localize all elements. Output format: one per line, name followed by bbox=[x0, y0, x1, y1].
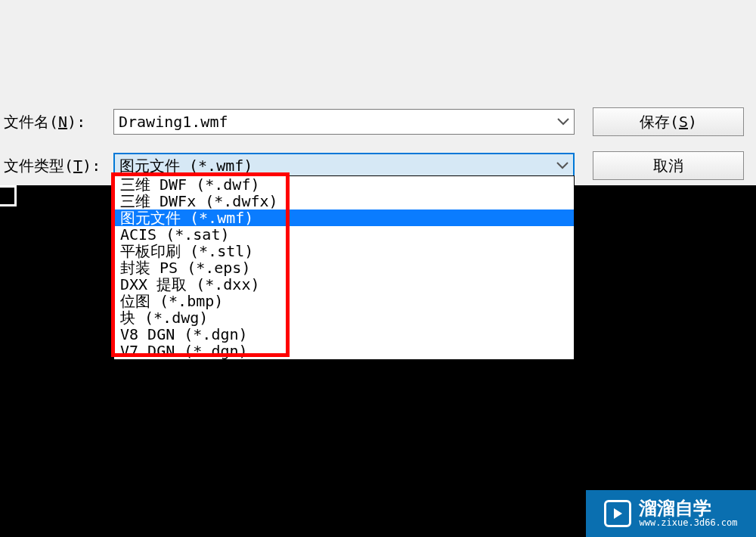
save-button[interactable]: 保存(S) bbox=[593, 107, 744, 136]
dropdown-item[interactable]: V7 DGN (*.dgn) bbox=[114, 343, 574, 359]
filename-combobox[interactable]: Drawing1.wmf bbox=[113, 109, 575, 135]
filetype-value: 图元文件 (*.wmf) bbox=[119, 156, 253, 176]
chevron-down-icon[interactable] bbox=[556, 162, 569, 169]
filename-label: 文件名(N): bbox=[4, 112, 113, 132]
filetype-dropdown-list[interactable]: 三维 DWF (*.dwf)三维 DWFx (*.dwfx)图元文件 (*.wm… bbox=[113, 175, 575, 360]
watermark-badge: 溜溜自学 www.zixue.3d66.com bbox=[586, 490, 756, 537]
filename-value: Drawing1.wmf bbox=[119, 113, 228, 131]
left-bar-decor bbox=[0, 185, 17, 206]
save-dialog-panel: 文件名(N): Drawing1.wmf 保存(S) 文件类型(T): 图元文件… bbox=[0, 0, 756, 185]
dropdown-item[interactable]: 块 (*.dwg) bbox=[114, 309, 574, 326]
watermark-text: 溜溜自学 www.zixue.3d66.com bbox=[639, 499, 737, 528]
filetype-label: 文件类型(T): bbox=[4, 156, 113, 176]
watermark-url: www.zixue.3d66.com bbox=[639, 517, 737, 528]
dropdown-item[interactable]: V8 DGN (*.dgn) bbox=[114, 326, 574, 343]
filename-row: 文件名(N): Drawing1.wmf 保存(S) bbox=[4, 107, 744, 136]
watermark-title: 溜溜自学 bbox=[639, 499, 711, 517]
cancel-button[interactable]: 取消 bbox=[593, 151, 744, 180]
chevron-down-icon[interactable] bbox=[557, 118, 569, 126]
dropdown-item[interactable]: 图元文件 (*.wmf) bbox=[114, 210, 574, 226]
play-icon bbox=[604, 500, 631, 527]
